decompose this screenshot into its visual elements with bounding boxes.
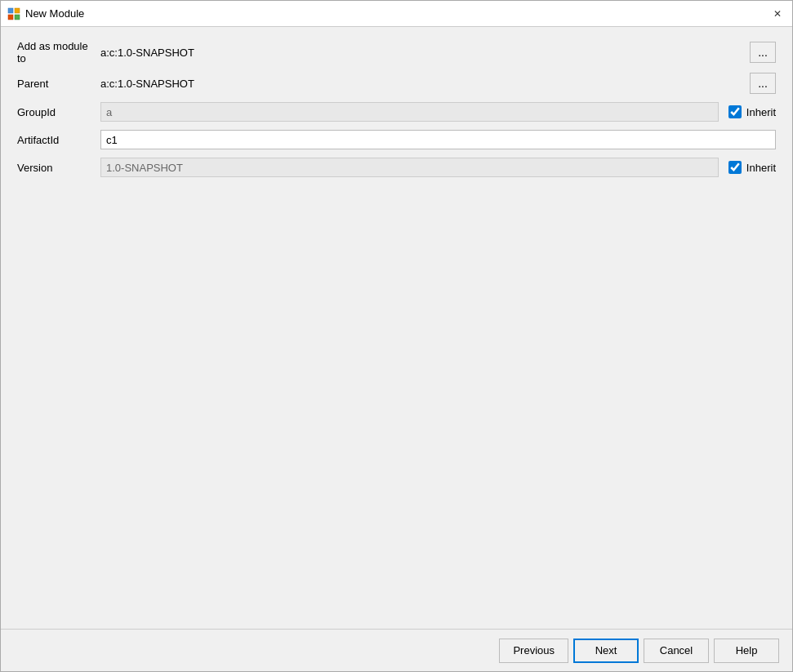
artifact-id-row: ArtifactId	[17, 130, 776, 149]
parent-browse-button[interactable]: ...	[750, 73, 776, 94]
help-button[interactable]: Help	[714, 639, 779, 663]
new-module-dialog: New Module ✕ Add as module to a:c:1.0-SN…	[0, 0, 793, 672]
group-id-row: GroupId Inherit	[17, 102, 776, 122]
svg-rect-3	[15, 15, 20, 20]
group-id-inherit-container: Inherit	[728, 105, 776, 118]
add-as-module-browse-button[interactable]: ...	[750, 42, 776, 63]
add-as-module-row: Add as module to a:c:1.0-SNAPSHOT ...	[17, 40, 776, 65]
version-inherit-label: Inherit	[746, 162, 776, 174]
svg-rect-1	[15, 8, 20, 13]
svg-rect-2	[8, 15, 13, 20]
version-inherit-checkbox[interactable]	[728, 161, 742, 174]
group-id-inherit-checkbox[interactable]	[728, 105, 742, 118]
previous-button[interactable]: Previous	[499, 639, 568, 663]
form-content: Add as module to a:c:1.0-SNAPSHOT ... Pa…	[1, 27, 792, 629]
dialog-title: New Module	[25, 7, 84, 20]
add-as-module-value: a:c:1.0-SNAPSHOT	[100, 47, 740, 59]
footer: Previous Next Cancel Help	[1, 629, 792, 671]
version-input[interactable]	[100, 158, 719, 177]
next-button[interactable]: Next	[573, 639, 639, 663]
parent-value: a:c:1.0-SNAPSHOT	[100, 78, 740, 90]
cancel-button[interactable]: Cancel	[644, 639, 709, 663]
group-id-label: GroupId	[17, 106, 91, 118]
add-as-module-label: Add as module to	[17, 40, 91, 65]
svg-rect-0	[8, 8, 13, 13]
group-id-input[interactable]	[100, 102, 719, 122]
parent-label: Parent	[17, 78, 91, 90]
module-icon	[7, 7, 20, 20]
artifact-id-label: ArtifactId	[17, 134, 91, 146]
close-button[interactable]: ✕	[769, 6, 786, 22]
version-inherit-container: Inherit	[728, 161, 776, 174]
title-bar-left: New Module	[7, 7, 84, 20]
version-label: Version	[17, 162, 91, 174]
parent-row: Parent a:c:1.0-SNAPSHOT ...	[17, 73, 776, 94]
version-row: Version Inherit	[17, 158, 776, 177]
title-bar: New Module ✕	[1, 1, 792, 27]
content-spacer	[17, 185, 776, 616]
artifact-id-input[interactable]	[100, 130, 776, 149]
group-id-inherit-label: Inherit	[746, 106, 776, 118]
